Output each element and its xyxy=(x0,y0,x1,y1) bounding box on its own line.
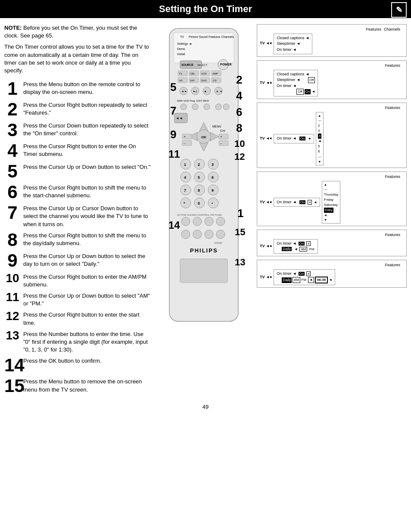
header-icon: ✎ xyxy=(391,2,407,18)
step-num-7: 7 xyxy=(4,204,21,222)
svg-point-92 xyxy=(181,198,191,208)
step-5: 5 Press the Cursor Up or Down button to … xyxy=(4,162,151,180)
svg-text:10: 10 xyxy=(234,138,245,149)
step-text-14: Press the OK button to confirm. xyxy=(23,356,101,365)
svg-text:8: 8 xyxy=(198,188,200,193)
svg-text:+: + xyxy=(220,135,222,139)
step-num-6: 6 xyxy=(4,183,21,201)
svg-text:Picture  Sound  Features  Chan: Picture Sound Features Channels xyxy=(189,35,234,38)
remote-image: TV Picture Sound Features Channels Setti… xyxy=(156,24,251,395)
note-text: NOTE: Before you set the On Timer, you m… xyxy=(4,24,151,40)
step-text-9: Press the Cursor Up or Down button to se… xyxy=(23,252,151,268)
step-num-3: 3 xyxy=(4,121,21,139)
svg-text:4: 4 xyxy=(184,175,186,180)
step-text-4: Press the Cursor Right button to enter t… xyxy=(23,142,151,158)
step-num-15: 15 xyxy=(4,377,21,395)
step-text-1: Press the Menu button on the remote cont… xyxy=(23,80,151,96)
header-title: Setting the On Timer xyxy=(159,3,252,14)
svg-text:► ◄: ► ◄ xyxy=(216,90,222,93)
svg-text:7: 7 xyxy=(184,188,186,193)
main-content: NOTE: Before you set the On Timer, you m… xyxy=(0,18,411,399)
svg-text:SAT: SAT xyxy=(190,79,195,82)
step-num-12: 12 xyxy=(4,310,21,322)
svg-point-53 xyxy=(204,104,210,110)
remote-svg: TV Picture Sound Features Channels Setti… xyxy=(156,24,251,334)
svg-text:ZOOM: ZOOM xyxy=(214,242,222,244)
menu4-features: Features xyxy=(385,174,400,180)
svg-text:►||: ►|| xyxy=(193,90,197,93)
svg-text:1: 1 xyxy=(237,207,243,220)
step-text-2: Press the Cursor Right button repeatedly… xyxy=(23,100,151,117)
svg-text:TV: TV xyxy=(179,72,182,75)
svg-point-105 xyxy=(205,230,213,239)
step-text-3: Press the Cursor Down button repeatedly … xyxy=(23,121,151,137)
step-10: 10 Press the Cursor Right button to ente… xyxy=(4,272,151,289)
svg-text:DNR  VCR Prog.  EXIT  INFO: DNR VCR Prog. EXIT INFO xyxy=(177,100,209,102)
svg-text:◄◄: ◄◄ xyxy=(181,90,187,93)
svg-text:*: * xyxy=(184,201,185,205)
svg-text:SOURCE: SOURCE xyxy=(181,63,193,66)
svg-text:CH: CH xyxy=(220,129,225,133)
page-header: Setting the On Timer ✎ xyxy=(0,0,411,18)
svg-text:Settings ◄: Settings ◄ xyxy=(177,42,192,46)
menu1-channels: Channels xyxy=(384,27,400,33)
steps-list: 1 Press the Menu button on the remote co… xyxy=(4,80,151,395)
left-column: NOTE: Before you set the On Timer, you m… xyxy=(4,24,151,395)
step-13: 13 Press the Number buttons to enter the… xyxy=(4,330,151,354)
svg-text:13: 13 xyxy=(235,257,245,268)
step-14: 14 Press the OK button to confirm. xyxy=(4,356,151,374)
step-num-9: 9 xyxy=(4,252,21,270)
menu3-features: Features xyxy=(385,105,400,111)
svg-point-52 xyxy=(192,104,198,110)
svg-text:9: 9 xyxy=(170,128,176,141)
svg-text:TV: TV xyxy=(180,35,184,38)
svg-text:6: 6 xyxy=(236,106,242,118)
svg-text:8: 8 xyxy=(236,121,242,134)
step-text-10: Press the Cursor Right button to enter t… xyxy=(23,272,151,289)
step-15: 15 Press the Menu button to remove the o… xyxy=(4,377,151,395)
svg-text:5: 5 xyxy=(170,81,176,93)
svg-text:Demo: Demo xyxy=(177,47,185,50)
svg-point-101 xyxy=(205,217,213,226)
step-text-8: Press the Cursor Right button to shift t… xyxy=(23,231,151,247)
svg-text:3: 3 xyxy=(212,162,214,167)
svg-point-99 xyxy=(181,217,190,226)
menu5-features: Features xyxy=(385,232,400,238)
menu-diagram-3: Features TV ◄● On timer ◄ On ◄ ▲ --- 2 3… xyxy=(257,103,407,168)
menu-diagram-1: Features Channels TV ◄● Closed captions … xyxy=(257,24,407,57)
step-7: 7 Press the Cursor Up or Cursor Down but… xyxy=(4,204,151,228)
step-2: 2 Press the Cursor Right button repeated… xyxy=(4,100,151,118)
step-text-6: Press the Cursor Right button to shift t… xyxy=(23,183,151,199)
svg-text:•: • xyxy=(212,201,213,205)
svg-point-55 xyxy=(223,104,229,110)
svg-text:0: 0 xyxy=(198,201,200,205)
menu2-features: Features xyxy=(385,63,400,69)
step-text-13: Press the Number buttons to enter the ti… xyxy=(23,330,151,354)
middle-column: TV Picture Sound Features Channels Setti… xyxy=(154,24,253,395)
svg-point-46 xyxy=(203,87,211,95)
step-num-10: 10 xyxy=(4,272,21,284)
step-4: 4 Press the Cursor Right button to enter… xyxy=(4,142,151,160)
svg-text:2: 2 xyxy=(236,73,242,86)
svg-text:POWER: POWER xyxy=(220,63,231,66)
menu-diagram-2: Features TV ◄● Closed captions ◄ Sleepti… xyxy=(257,60,407,99)
step-num-2: 2 xyxy=(4,100,21,118)
svg-text:OK: OK xyxy=(201,135,206,139)
svg-point-54 xyxy=(215,104,221,110)
svg-text:1: 1 xyxy=(184,162,186,167)
step-num-8: 8 xyxy=(4,231,21,249)
step-1: 1 Press the Menu button on the remote co… xyxy=(4,80,151,98)
page-number: 49 xyxy=(0,399,411,414)
step-text-11: Press the Cursor Up or Down button to se… xyxy=(23,291,151,308)
note-body: Before you set the On Timer, you must se… xyxy=(4,25,137,39)
note-bold: NOTE: xyxy=(4,25,22,31)
svg-text:■: ■ xyxy=(205,90,206,93)
step-num-14: 14 xyxy=(4,356,21,374)
intro-text: The On Timer control allows you to set a… xyxy=(4,43,151,75)
svg-point-102 xyxy=(216,217,225,226)
step-6: 6 Press the Cursor Right button to shift… xyxy=(4,183,151,201)
menu6-features: Features xyxy=(385,262,400,268)
svg-text:4: 4 xyxy=(236,89,243,102)
svg-point-51 xyxy=(181,104,187,110)
svg-text:PHILIPS: PHILIPS xyxy=(190,247,218,254)
